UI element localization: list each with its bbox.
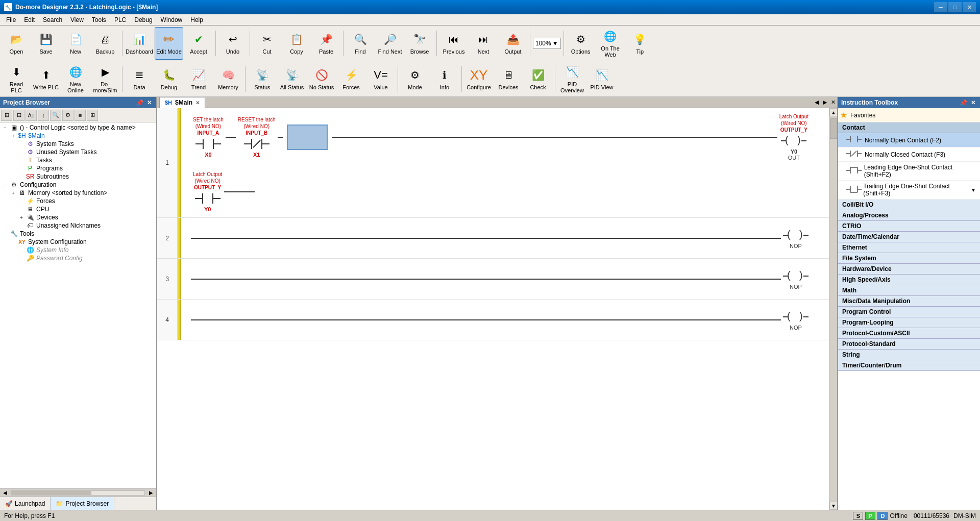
- memory-button[interactable]: 🧠 Memory: [214, 63, 242, 95]
- tree-item-system-info[interactable]: 🌐 System Info: [1, 246, 155, 254]
- it-category-math[interactable]: Math: [838, 285, 980, 296]
- copy-button[interactable]: 📋 Copy: [282, 27, 311, 60]
- mode-button[interactable]: ⚙ Mode: [401, 63, 429, 95]
- function-block[interactable]: [287, 125, 328, 150]
- rung-area[interactable]: 1 SET the latch (Wired NO) INPUT_A: [157, 108, 829, 510]
- it-category-date-time-calendar[interactable]: Date/Time/Calendar: [838, 232, 980, 242]
- tree-item-control-logic[interactable]: − ▣ () - Control Logic <sorted by type &…: [1, 123, 155, 132]
- it-expand-icon[interactable]: ▼: [971, 187, 976, 193]
- minimize-button[interactable]: ─: [934, 2, 947, 12]
- it-category-file-system[interactable]: File System: [838, 253, 980, 264]
- pid-overview-button[interactable]: 📉 PID Overview: [558, 63, 586, 95]
- read-plc-button[interactable]: ⬇ Read PLC: [2, 63, 31, 95]
- menu-window[interactable]: Window: [157, 14, 187, 26]
- write-plc-button[interactable]: ⬆ Write PLC: [32, 63, 60, 95]
- no-status-button[interactable]: 🚫 No Status: [307, 63, 336, 95]
- tree-item-system-tasks[interactable]: ⚙ System Tasks: [1, 140, 155, 148]
- pb-tab-project-browser[interactable]: 📁 Project Browser: [51, 497, 114, 510]
- it-category-misc-data-manipulation[interactable]: Misc/Data Manipulation: [838, 296, 980, 307]
- it-category-coil-bit-io[interactable]: Coil/Bit I/O: [838, 200, 980, 210]
- previous-button[interactable]: ⏮ Previous: [439, 27, 468, 60]
- editor-close-button[interactable]: ✕: [829, 97, 837, 108]
- pb-expand-all-button[interactable]: ⊞: [1, 110, 12, 121]
- tree-item-unassigned-nicknames[interactable]: 🏷 Unassigned Nicknames: [1, 221, 155, 230]
- it-category-program-control[interactable]: Program Control: [838, 307, 980, 317]
- it-close-button[interactable]: ✕: [969, 98, 977, 107]
- pb-close-button[interactable]: ✕: [145, 98, 153, 107]
- pb-view-icons-button[interactable]: ⊞: [87, 110, 98, 121]
- browse-button[interactable]: 🔭 Browse: [405, 27, 434, 60]
- value-button[interactable]: V= Value: [366, 63, 395, 95]
- next-button[interactable]: ⏭ Next: [469, 27, 498, 60]
- contact-x0[interactable]: SET the latch (Wired NO) INPUT_A: [193, 116, 224, 158]
- check-button[interactable]: ✅ Check: [524, 63, 552, 95]
- output-button[interactable]: 📤 Output: [499, 27, 527, 60]
- pb-sort-button[interactable]: ↕: [38, 110, 49, 121]
- scrollbar-thumb[interactable]: [830, 118, 837, 139]
- tree-item-tasks[interactable]: T Tasks: [1, 156, 155, 164]
- pb-filter-button[interactable]: 🔍: [50, 110, 61, 121]
- tree-item-system-configuration[interactable]: XY System Configuration: [1, 238, 155, 246]
- close-button[interactable]: ✕: [963, 2, 976, 12]
- tree-item-forces[interactable]: ⚡ Forces: [1, 197, 155, 205]
- it-item-trailing-edge-contact[interactable]: Trailing Edge One-Shot Contact (Shift+F3…: [838, 181, 980, 200]
- scrollbar-down-button[interactable]: ▼: [829, 502, 837, 510]
- it-category-protocol-custom-ascii[interactable]: Protocol-Custom/ASCII: [838, 328, 980, 339]
- editor-tab-main[interactable]: $H $Main ✕: [159, 97, 205, 108]
- maximize-button[interactable]: □: [948, 2, 962, 12]
- pb-hscroll-thumb[interactable]: [12, 491, 91, 495]
- it-item-normally-open-contact[interactable]: Normally Open Contact (F2): [838, 133, 980, 147]
- menu-file[interactable]: File: [2, 14, 20, 26]
- new-button[interactable]: 📄 New: [61, 27, 90, 60]
- all-status-button[interactable]: 📡 All Status: [278, 63, 306, 95]
- tree-item-main[interactable]: + $H $Main: [1, 132, 155, 140]
- zoom-control[interactable]: 100% ▼: [533, 38, 561, 49]
- do-more-sim-button[interactable]: ▶ Do-more/Sim: [91, 63, 119, 95]
- it-category-string[interactable]: String: [838, 350, 980, 360]
- forces-button[interactable]: ⚡ Forces: [337, 63, 365, 95]
- configure-button[interactable]: XY Configure: [464, 63, 493, 95]
- tree-item-tools[interactable]: − 🔧 Tools: [1, 230, 155, 238]
- trend-button[interactable]: 📈 Trend: [184, 63, 213, 95]
- find-button[interactable]: 🔍 Find: [346, 27, 375, 60]
- on-the-web-button[interactable]: 🌐 On The Web: [596, 27, 625, 60]
- contact-x1[interactable]: RESET the latch (Wired NO) INPUT_B: [238, 116, 276, 158]
- coil-nop-4[interactable]: ( ) NOP: [783, 309, 808, 331]
- it-item-normally-closed-contact[interactable]: Normally Closed Contact (F3): [838, 147, 980, 162]
- status-button[interactable]: 📡 Status: [248, 63, 277, 95]
- it-item-leading-edge-contact[interactable]: Leading Edge One-Shot Contact (Shift+F2): [838, 162, 980, 181]
- undo-button[interactable]: ↩ Undo: [218, 27, 247, 60]
- editor-scrollbar[interactable]: ▲ ▼: [829, 108, 837, 510]
- open-button[interactable]: 📂 Open: [2, 27, 31, 60]
- menu-debug[interactable]: Debug: [130, 14, 156, 26]
- it-category-ethernet[interactable]: Ethernet: [838, 242, 980, 253]
- pb-hscroll-track[interactable]: [11, 490, 145, 495]
- it-category-hardware-device[interactable]: Hardware/Device: [838, 264, 980, 275]
- pb-hscroll-right[interactable]: ▶: [146, 490, 156, 495]
- coil-nop-2[interactable]: ( ) NOP: [783, 228, 808, 249]
- menu-edit[interactable]: Edit: [20, 14, 39, 26]
- it-contact-section-header[interactable]: Contact: [838, 122, 980, 133]
- editor-tab-close-button[interactable]: ✕: [195, 100, 200, 106]
- tree-item-password-config[interactable]: 🔑 Password Config: [1, 254, 155, 262]
- contact-y0[interactable]: Latch Output (Wired NO) OUTPUT_Y: [193, 171, 222, 212]
- pb-hscroll[interactable]: ◀ ▶: [0, 488, 156, 497]
- new-online-button[interactable]: 🌐 New Online: [61, 63, 90, 95]
- coil-y0[interactable]: Latch Output (Wired NO) OUTPUT_Y ( ): [779, 113, 808, 161]
- menu-search[interactable]: Search: [39, 14, 66, 26]
- accept-button[interactable]: ✔ Accept: [184, 27, 213, 60]
- find-next-button[interactable]: 🔎 Find Next: [376, 27, 404, 60]
- menu-help[interactable]: Help: [186, 14, 207, 26]
- editor-nav-left-button[interactable]: ◀: [813, 97, 821, 108]
- tree-item-configuration[interactable]: − ⚙ Configuration: [1, 181, 155, 189]
- menu-view[interactable]: View: [66, 14, 88, 26]
- pb-view-list-button[interactable]: ≡: [75, 110, 86, 121]
- tree-item-subroutines[interactable]: SR Subroutines: [1, 172, 155, 181]
- pb-pin-button[interactable]: 📌: [136, 98, 144, 107]
- options-button[interactable]: ⚙ Options: [567, 27, 595, 60]
- tree-item-unused-system-tasks[interactable]: ⚙ Unused System Tasks: [1, 148, 155, 156]
- menu-plc[interactable]: PLC: [110, 14, 130, 26]
- edit-mode-button[interactable]: ✏ Edit Mode: [155, 27, 183, 60]
- it-category-timer-counter-drum[interactable]: Timer/Counter/Drum: [838, 360, 980, 371]
- tree-item-cpu[interactable]: 🖥 CPU: [1, 205, 155, 213]
